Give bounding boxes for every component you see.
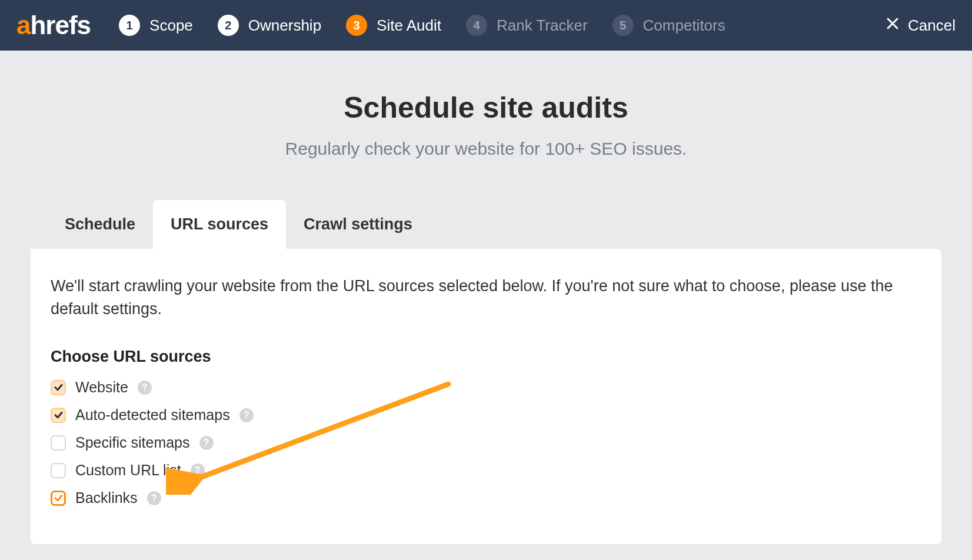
help-icon[interactable]: ?: [239, 408, 254, 422]
step-label: Competitors: [643, 16, 725, 35]
option-label: Custom URL list: [75, 462, 181, 479]
help-icon[interactable]: ?: [199, 436, 214, 450]
step-badge: 4: [466, 15, 487, 36]
checkbox[interactable]: [51, 380, 66, 395]
checkbox[interactable]: [51, 491, 66, 506]
help-icon[interactable]: ?: [138, 381, 152, 395]
option-website: Website?: [51, 379, 921, 396]
wizard-steps: 1Scope2Ownership3Site Audit4Rank Tracker…: [119, 15, 725, 36]
option-label: Backlinks: [75, 489, 138, 506]
checkbox[interactable]: [51, 463, 66, 478]
checkbox[interactable]: [51, 408, 66, 423]
option-auto-detected-sitemaps: Auto-detected sitemaps?: [51, 406, 921, 424]
step-label: Rank Tracker: [497, 16, 588, 35]
option-label: Specific sitemaps: [75, 434, 190, 451]
page-title: Schedule site audits: [344, 91, 628, 125]
logo: ahrefs: [16, 11, 91, 40]
wizard-header: ahrefs 1Scope2Ownership3Site Audit4Rank …: [0, 0, 972, 51]
logo-mark: a: [16, 11, 30, 40]
page-subtitle: Regularly check your website for 100+ SE…: [285, 139, 687, 159]
step-label: Ownership: [248, 16, 321, 35]
step-badge: 1: [119, 15, 140, 36]
logo-text: hrefs: [30, 11, 91, 40]
section-heading: Choose URL sources: [51, 348, 921, 366]
wizard-step-1[interactable]: 1Scope: [119, 15, 193, 36]
checkbox[interactable]: [51, 435, 66, 451]
step-badge: 2: [218, 15, 239, 36]
step-badge: 3: [346, 15, 367, 36]
option-custom-url-list: Custom URL list?: [51, 462, 921, 479]
tab-url-sources[interactable]: URL sources: [153, 200, 286, 249]
close-icon: [886, 16, 900, 35]
cancel-button[interactable]: Cancel: [886, 16, 956, 35]
option-backlinks: Backlinks?: [51, 489, 921, 506]
url-source-options: Website?Auto-detected sitemaps?Specific …: [51, 379, 921, 506]
settings-card: We'll start crawling your website from t…: [31, 249, 941, 544]
tab-crawl-settings[interactable]: Crawl settings: [286, 200, 430, 249]
step-label: Scope: [149, 16, 193, 35]
tab-bar: ScheduleURL sourcesCrawl settings: [31, 200, 941, 249]
page-body: Schedule site audits Regularly check you…: [0, 51, 972, 544]
tab-schedule[interactable]: Schedule: [47, 200, 153, 249]
help-icon[interactable]: ?: [191, 464, 205, 478]
option-label: Website: [75, 379, 128, 396]
wizard-step-4[interactable]: 4Rank Tracker: [466, 15, 588, 36]
card-intro: We'll start crawling your website from t…: [51, 275, 921, 321]
option-label: Auto-detected sitemaps: [75, 406, 230, 424]
step-label: Site Audit: [377, 16, 441, 35]
wizard-step-2[interactable]: 2Ownership: [218, 15, 321, 36]
wizard-step-3[interactable]: 3Site Audit: [346, 15, 441, 36]
step-badge: 5: [613, 15, 634, 36]
cancel-label: Cancel: [908, 16, 956, 35]
option-specific-sitemaps: Specific sitemaps?: [51, 434, 921, 451]
help-icon[interactable]: ?: [147, 491, 161, 505]
wizard-step-5[interactable]: 5Competitors: [613, 15, 725, 36]
